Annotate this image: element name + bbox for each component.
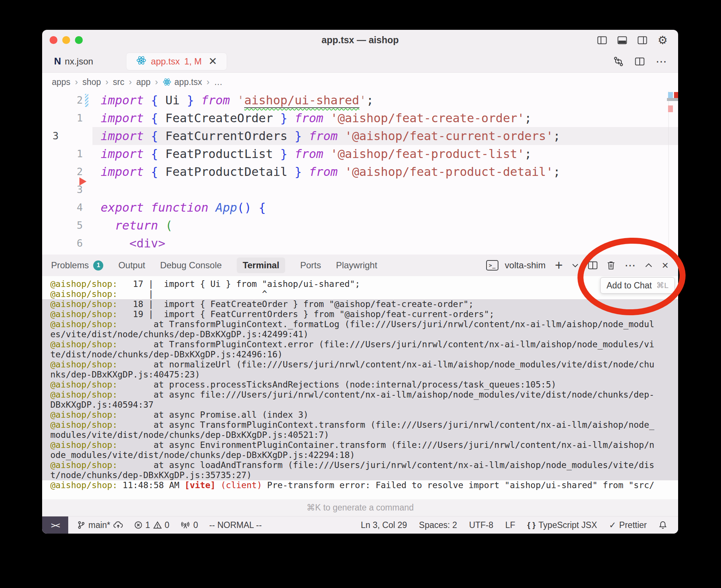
forwarded-ports-status[interactable]: 0 xyxy=(180,520,198,530)
cursor-position-status[interactable]: Ln 3, Col 29 xyxy=(361,520,407,530)
remote-indicator[interactable]: >< xyxy=(42,516,68,534)
code-line[interactable]: 3import { FeatCurrentOrders } from '@ais… xyxy=(42,127,678,145)
sync-cloud-icon xyxy=(113,521,123,529)
react-icon xyxy=(136,55,147,68)
modified-line-marker xyxy=(85,94,88,107)
braces-icon: { } xyxy=(527,521,535,529)
toggle-primary-sidebar-icon[interactable] xyxy=(597,36,607,44)
code-text: export function App() { xyxy=(101,199,266,216)
maximize-panel-chevron-icon[interactable] xyxy=(645,263,652,268)
tab-app-tsx[interactable]: app.tsx 1, M ✕ xyxy=(126,53,227,70)
terminal-toolbar: >_ volta-shim + ⋯ × xyxy=(486,259,668,272)
terminal-line: @aishop/shop: 17 | import { Ui } from "a… xyxy=(42,279,678,289)
terminal-line: @aishop/shop: 19 | import { FeatCurrentO… xyxy=(42,309,678,319)
code-text: import { Ui } from 'aishop/ui-shared'; xyxy=(101,91,374,109)
code-text: import { FeatCreateOrder } from '@aishop… xyxy=(101,109,532,127)
code-line[interactable]: 1import { FeatCreateOrder } from '@aisho… xyxy=(42,109,678,127)
terminal-line: ode_modules/vite/dist/node/chunks/dep-DB… xyxy=(42,450,678,460)
panel-tab-terminal[interactable]: Terminal xyxy=(237,257,285,273)
breadcrumb-item[interactable]: app.tsx xyxy=(163,77,202,87)
language-mode-status[interactable]: { } TypeScript JSX xyxy=(527,520,597,530)
terminal-line: @aishop/shop: at async loadAndTransform … xyxy=(42,460,678,470)
split-editor-icon[interactable] xyxy=(635,57,645,66)
formatter-status[interactable]: ✓ Prettier xyxy=(609,520,647,530)
gutter: 4 xyxy=(42,199,101,216)
settings-gear-icon[interactable]: ⚙ xyxy=(658,35,668,46)
indentation-status[interactable]: Spaces: 2 xyxy=(419,520,457,530)
code-line[interactable]: 2import { FeatProductDetail } from '@ais… xyxy=(42,163,678,181)
code-line[interactable]: 3 xyxy=(42,181,678,199)
breadcrumb-item[interactable]: … xyxy=(214,77,223,87)
terminal-line: @aishop/shop: at process.processTicksAnd… xyxy=(42,380,678,390)
code-line[interactable]: 2import { Ui } from 'aishop/ui-shared'; xyxy=(42,91,678,109)
eol-status[interactable]: LF xyxy=(505,520,515,530)
warning-count: 0 xyxy=(165,520,170,530)
add-to-chat-tooltip[interactable]: Add to Chat ⌘L xyxy=(600,277,675,294)
panel-tabs: Problems1OutputDebug ConsoleTerminalPort… xyxy=(51,257,377,273)
panel-tab-label: Ports xyxy=(300,260,321,271)
overview-ruler-modified-mark xyxy=(668,105,673,112)
git-branch-status[interactable]: main* xyxy=(77,520,123,530)
breadcrumb-item[interactable]: app xyxy=(136,77,150,87)
tab-nx-json[interactable]: N nx.json xyxy=(44,53,103,70)
editor-tab-bar: N nx.json app.tsx 1, M ✕ ⋯ xyxy=(42,50,678,73)
close-panel-icon[interactable]: × xyxy=(662,260,668,271)
panel-tab-label: Playwright xyxy=(336,260,377,271)
code-editor[interactable]: 2import { Ui } from 'aishop/ui-shared';1… xyxy=(42,91,678,255)
broadcast-tower-icon xyxy=(180,521,190,529)
scrollbar-slider[interactable] xyxy=(667,98,678,101)
status-bar: >< main* 1 xyxy=(42,516,678,534)
breadcrumb-item[interactable]: apps xyxy=(52,77,70,87)
more-actions-icon[interactable]: ⋯ xyxy=(656,56,667,67)
panel-tab-ports[interactable]: Ports xyxy=(300,260,321,271)
close-tab-icon[interactable]: ✕ xyxy=(208,56,217,67)
code-line[interactable]: 4export function App() { xyxy=(42,199,678,216)
terminal-line: @aishop/shop: at async EnvironmentPlugin… xyxy=(42,440,678,450)
panel-tab-playwright[interactable]: Playwright xyxy=(336,260,377,271)
new-terminal-icon[interactable]: + xyxy=(555,259,563,272)
line-number: 5 xyxy=(77,216,83,234)
breadcrumb-item[interactable]: src xyxy=(113,77,125,87)
terminal-line: @aishop/shop: at async Promise.all (inde… xyxy=(42,410,678,420)
code-text: <div> xyxy=(101,234,165,252)
terminal-instance-name[interactable]: volta-shim xyxy=(505,260,545,271)
panel-tab-problems[interactable]: Problems1 xyxy=(51,260,103,271)
open-changes-icon[interactable] xyxy=(613,56,624,67)
terminal-dropdown-chevron-icon[interactable] xyxy=(572,263,579,268)
encoding-status[interactable]: UTF-8 xyxy=(469,520,493,530)
terminal-line: @aishop/shop: at async file:///Users/jur… xyxy=(42,390,678,400)
breadcrumb-item[interactable]: shop xyxy=(82,77,101,87)
breadcrumb-separator: › xyxy=(155,77,158,87)
editor-lines: 2import { Ui } from 'aishop/ui-shared';1… xyxy=(42,91,678,252)
code-line[interactable]: 6 <div> xyxy=(42,234,678,252)
branch-name: main* xyxy=(88,520,110,530)
terminal-line: @aishop/shop: | ^ xyxy=(42,289,678,299)
gutter: 6 xyxy=(42,234,101,252)
panel-tab-output[interactable]: Output xyxy=(118,260,145,271)
terminal-line: @aishop/shop: at async TransformPluginCo… xyxy=(42,420,678,430)
panel-more-actions-icon[interactable]: ⋯ xyxy=(624,260,636,271)
gutter: 1 xyxy=(42,109,101,127)
vim-mode-indicator: -- NORMAL -- xyxy=(209,520,262,530)
code-text: return ( xyxy=(101,216,173,234)
breadcrumb-separator: › xyxy=(207,77,210,87)
split-terminal-icon[interactable] xyxy=(588,261,598,269)
terminal-line: @aishop/shop: at TransformPluginContext.… xyxy=(42,339,678,350)
toggle-panel-icon[interactable] xyxy=(617,36,627,44)
notifications-bell-icon[interactable] xyxy=(659,521,667,529)
react-icon xyxy=(163,78,171,86)
screenshot-stage: app.tsx — aishop ⚙ N nx.json xyxy=(0,0,721,588)
terminal-line: DBxKXgDP.js:40594:37 xyxy=(42,400,678,410)
code-line[interactable]: 1import { FeatProductList } from '@aisho… xyxy=(42,145,678,163)
terminal-line: @aishop/shop: 11:48:58 AM [vite] (client… xyxy=(42,480,678,490)
status-right: Ln 3, Col 29 Spaces: 2 UTF-8 LF { } Type… xyxy=(352,516,678,534)
panel-tab-debug-console[interactable]: Debug Console xyxy=(160,260,221,271)
terminal-output[interactable]: @aishop/shop: 17 | import { Ui } from "a… xyxy=(42,276,678,499)
terminal-icon: >_ xyxy=(486,260,498,271)
toggle-secondary-sidebar-icon[interactable] xyxy=(637,36,647,44)
tab-label: nx.json xyxy=(65,56,93,67)
gutter: 2 xyxy=(42,91,101,109)
problems-status[interactable]: 1 0 xyxy=(134,520,170,530)
kill-terminal-trash-icon[interactable] xyxy=(607,261,615,270)
code-line[interactable]: 5 return ( xyxy=(42,216,678,234)
